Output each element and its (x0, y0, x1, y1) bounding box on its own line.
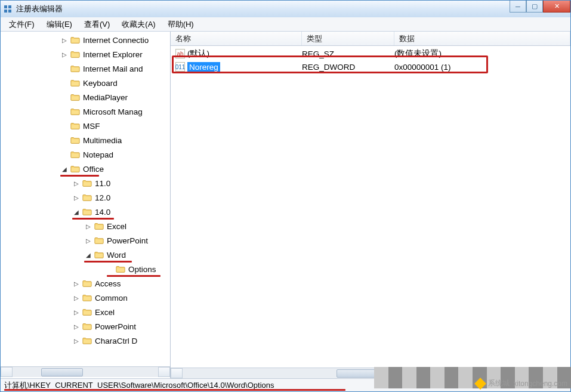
list-panel: 名称 类型 数据 ab(默认)REG_SZ(数值未设置)011NoreregRE… (171, 32, 570, 378)
expander-icon[interactable]: ▷ (72, 280, 81, 287)
tree-node[interactable]: ▷12.0 (1, 190, 170, 205)
folder-icon (82, 193, 92, 202)
close-button[interactable]: ✕ (543, 1, 570, 13)
tree-node[interactable]: ◢Word (1, 248, 170, 262)
tree-node-label: Microsoft Manag (83, 107, 143, 116)
menu-file[interactable]: 文件(F) (4, 18, 39, 31)
expander-icon[interactable]: ▷ (72, 338, 81, 344)
value-name: (默认) (187, 48, 209, 59)
expander-icon: ▷ (60, 109, 69, 115)
folder-icon (82, 336, 92, 345)
tree-node-label: 12.0 (95, 193, 110, 202)
expander-icon[interactable]: ▷ (72, 180, 81, 187)
value-list[interactable]: ab(默认)REG_SZ(数值未设置)011NoreregREG_DWORD0x… (171, 46, 570, 378)
minimize-button[interactable]: ─ (510, 1, 526, 13)
expander-icon[interactable]: ◢ (72, 209, 81, 215)
folder-icon (82, 207, 92, 217)
tree-node-label: 11.0 (95, 179, 110, 188)
tree-node[interactable]: ◢Office (1, 162, 170, 176)
maximize-button[interactable]: ▢ (526, 1, 543, 13)
window-controls: ─ ▢ ✕ (510, 1, 570, 13)
tree-node-label: MediaPlayer (83, 93, 128, 102)
value-type: REG_DWORD (302, 63, 394, 72)
expander-icon[interactable]: ▷ (60, 37, 69, 44)
tree-node-label: PowerPoint (107, 236, 148, 245)
tree-node[interactable]: ▷Multimedia (1, 133, 170, 147)
value-type: REG_SZ (302, 50, 394, 58)
tree-node-label: Multimedia (83, 136, 122, 145)
tree-node[interactable]: ▷Access (1, 276, 170, 291)
tree-node[interactable]: ▷MediaPlayer (1, 90, 170, 104)
tree-node[interactable]: ▷Notepad (1, 147, 170, 162)
folder-icon (82, 178, 92, 188)
expander-icon[interactable]: ▷ (72, 295, 81, 301)
expander-icon: ▷ (60, 123, 69, 129)
folder-icon (82, 279, 92, 288)
tree-node-label: CharaCtrl D (95, 337, 137, 345)
tree-node-label: Options (128, 265, 156, 274)
scrollbar-thumb[interactable] (41, 368, 83, 376)
menu-favorites[interactable]: 收藏夫(A) (117, 18, 160, 31)
expander-icon: ▷ (60, 152, 69, 158)
expander-icon[interactable]: ◢ (60, 166, 69, 172)
column-headers[interactable]: 名称 类型 数据 (171, 32, 570, 46)
tree-node-label: PowerPoint (95, 322, 136, 331)
menu-edit[interactable]: 编辑(E) (42, 18, 77, 31)
scrollbar-thumb[interactable] (337, 369, 378, 378)
tree-node-label: Keyboard (83, 79, 118, 88)
folder-icon (70, 121, 81, 131)
folder-icon (70, 64, 81, 73)
expander-icon: ▷ (60, 66, 69, 72)
column-header-data[interactable]: 数据 (394, 32, 570, 45)
tree-node-label: Notepad (83, 150, 113, 159)
expander-icon[interactable]: ▷ (72, 309, 81, 316)
folder-icon (94, 221, 104, 231)
menubar: 文件(F) 编辑(E) 查看(V) 收藏夫(A) 帮助(H) (1, 17, 570, 32)
titlebar[interactable]: 注册表编辑器 ─ ▢ ✕ (1, 1, 570, 17)
folder-icon (70, 92, 81, 102)
tree-node[interactable]: ▷PowerPoint (1, 233, 170, 248)
value-name: Norereg (187, 62, 220, 72)
pixelation-overlay (374, 367, 571, 388)
tree-panel[interactable]: ▷Internet Connectio▷Internet Explorer▷In… (1, 32, 171, 378)
tree-node[interactable]: ▷Excel (1, 219, 170, 233)
tree-node[interactable]: ▷Common (1, 291, 170, 305)
value-row[interactable]: 011NoreregREG_DWORD0x00000001 (1) (171, 60, 570, 73)
expander-icon[interactable]: ▷ (72, 195, 81, 201)
tree-node[interactable]: ▷MSF (1, 119, 170, 133)
tree-content: ▷Internet Connectio▷Internet Explorer▷In… (1, 32, 170, 366)
tree-node[interactable]: ▷11.0 (1, 176, 170, 190)
expander-icon[interactable]: ▷ (84, 237, 92, 244)
expander-icon[interactable]: ▷ (60, 51, 69, 58)
value-row[interactable]: ab(默认)REG_SZ(数值未设置) (171, 47, 570, 60)
tree-node[interactable]: ▷Excel (1, 305, 170, 319)
tree-node[interactable]: ▷CharaCtrl D (1, 334, 170, 348)
tree-node[interactable]: ▷PowerPoint (1, 319, 170, 334)
menu-help[interactable]: 帮助(H) (163, 18, 199, 31)
tree-node-label: MSF (83, 122, 100, 131)
expander-icon[interactable]: ▷ (72, 323, 81, 330)
tree-node-label: 14.0 (95, 208, 110, 217)
column-header-name[interactable]: 名称 (171, 32, 302, 45)
tree-node[interactable]: ▷Internet Explorer (1, 47, 170, 61)
folder-icon (70, 150, 81, 159)
folder-icon (70, 35, 81, 45)
tree-node[interactable]: ▷Options (1, 262, 170, 276)
expander-icon[interactable]: ▷ (84, 223, 92, 230)
expander-icon[interactable]: ◢ (84, 252, 92, 258)
folder-icon (94, 250, 104, 260)
tree-node-label: Common (95, 294, 128, 303)
tree-node[interactable]: ▷Internet Connectio (1, 33, 170, 47)
tree-node-label: Office (83, 165, 104, 174)
tree-node-label: Word (107, 251, 126, 260)
tree-node[interactable]: ◢14.0 (1, 205, 170, 219)
tree-node[interactable]: ▷Microsoft Manag (1, 104, 170, 119)
tree-node[interactable]: ▷Keyboard (1, 76, 170, 90)
tree-scrollbar-horizontal[interactable] (1, 366, 170, 377)
column-header-type[interactable]: 类型 (302, 32, 394, 45)
folder-icon (94, 236, 104, 245)
tree-node[interactable]: ▷Internet Mail and (1, 61, 170, 76)
expander-icon: ▷ (60, 137, 69, 144)
menu-view[interactable]: 查看(V) (79, 18, 115, 31)
string-value-icon: ab (175, 49, 185, 58)
